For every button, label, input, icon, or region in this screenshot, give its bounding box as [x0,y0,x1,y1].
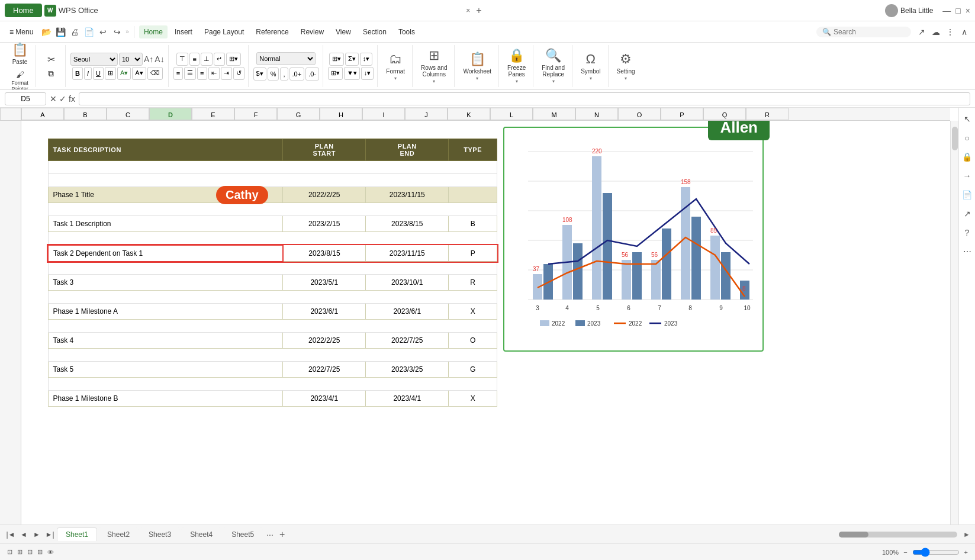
sheet-add-icon[interactable]: + [277,529,287,540]
redo-icon[interactable]: ↪ [111,26,123,38]
wrap-text-button[interactable]: ↵ [214,53,225,66]
table-row[interactable]: Phase 1 Title 2022/2/25 2023/11/15 [48,187,497,203]
save-icon[interactable]: 💾 [54,26,66,38]
grid2-icon[interactable]: ⊟ [27,548,33,556]
menu-section[interactable]: Section [358,25,391,38]
sheet-tab-4[interactable]: Sheet4 [181,527,221,542]
rotate-button[interactable]: ↺ [233,67,244,80]
col-R[interactable]: R [746,108,789,120]
document-icon[interactable]: 📄 [961,188,974,201]
cut-button[interactable]: ✂ [40,53,62,66]
align-top-button[interactable]: ⊤ [176,53,188,66]
find-replace-button[interactable]: 🔍 Find andReplace ▾ [538,48,568,85]
underline-button[interactable]: U [93,67,104,80]
sheet-more-icon[interactable]: ··· [264,530,276,539]
maximize-button[interactable]: □ [955,6,960,15]
menu-insert[interactable]: Insert [170,25,197,38]
sheet-tab-3[interactable]: Sheet3 [140,527,180,542]
indent-inc-button[interactable]: ⇥ [221,67,232,80]
align-right-button[interactable]: ≡ [197,67,207,80]
font-size-select[interactable]: 10 [119,53,143,66]
symbol-button[interactable]: Ω Symbol ▾ [577,48,604,85]
col-I[interactable]: I [362,108,405,120]
col-O[interactable]: O [618,108,661,120]
fill-color-button[interactable]: A▾ [117,67,131,80]
search-input[interactable] [834,28,899,36]
table-row[interactable]: Task 1 Description 2023/2/15 2023/8/15 B [48,216,497,232]
collapse-icon[interactable]: ∧ [958,26,970,38]
more-icon[interactable]: ⋮ [944,26,956,38]
table-row[interactable]: Task 2 Dependent on Task 1 2023/8/15 202… [48,245,497,262]
lock-icon[interactable]: 🔒 [961,150,974,163]
help-icon[interactable]: ? [961,226,974,239]
col-H[interactable]: H [320,108,362,120]
arrow-icon[interactable]: → [961,169,974,182]
align-center-button[interactable]: ☰ [184,67,196,80]
format-painter-button[interactable]: 🖌 FormatPainter [9,69,31,91]
border-button[interactable]: ⊞ [105,67,116,80]
grid-icon[interactable]: ⊞ [17,548,22,556]
zoom-in-icon[interactable]: + [964,549,968,556]
table-row[interactable]: Task 4 2022/2/25 2022/7/25 O [48,333,497,349]
table-icon[interactable]: ⊞ [37,548,43,556]
h-scroll-thumb[interactable] [839,532,868,538]
decrease-font-icon[interactable]: A↓ [155,54,164,64]
align-bottom-button[interactable]: ⊥ [201,53,213,66]
formula-confirm-icon[interactable]: ✓ [59,94,66,104]
view-icon[interactable]: 👁 [47,549,54,556]
freeze-button[interactable]: 🔒 FreezePanes ▾ [504,48,529,85]
erase-button[interactable]: ⌫ [147,67,163,80]
table-row[interactable]: Phase 1 Milestone B 2023/4/1 2023/4/1 X [48,391,497,407]
sheet-nav-last[interactable]: ►| [44,529,56,540]
cursor-icon[interactable]: ↖ [961,112,974,125]
menu-tools[interactable]: Tools [394,25,420,38]
font-color-button[interactable]: A▾ [132,67,146,80]
menu-reference[interactable]: Reference [251,25,293,38]
col-A[interactable]: A [21,108,64,120]
merge-button[interactable]: ⊞▾ [226,53,241,66]
table-row[interactable]: Task 3 2023/5/1 2023/10/1 R [48,275,497,291]
col-C[interactable]: C [107,108,149,120]
tab-add-icon[interactable]: + [473,5,485,17]
italic-button[interactable]: I [84,67,92,80]
sheet-nav-prev[interactable]: ◄ [18,529,30,540]
menu-view[interactable]: View [331,25,356,38]
menu-review[interactable]: Review [296,25,329,38]
percent-button[interactable]: % [268,67,279,81]
copy-button[interactable]: ⧉ [40,67,62,80]
font-name-select[interactable]: Seoul [70,53,118,66]
print-icon[interactable]: 🖨 [69,26,81,38]
search-box[interactable]: 🔍 [816,27,911,37]
number-style-select[interactable]: Normal [256,52,316,65]
col-B[interactable]: B [64,108,107,120]
fill-button[interactable]: ↓▾ [361,67,374,80]
zoom-slider[interactable] [912,548,960,557]
formula-fx-icon[interactable]: fx [69,94,75,104]
vertical-scrollbar[interactable] [950,121,958,524]
align-left-button[interactable]: ≡ [173,67,183,80]
decimal-dec-button[interactable]: .0- [305,67,319,81]
open-icon[interactable]: 📂 [40,26,52,38]
col-L[interactable]: L [490,108,533,120]
sum-button[interactable]: Σ▾ [345,53,359,66]
col-P[interactable]: P [661,108,703,120]
currency-button[interactable]: $▾ [253,67,266,81]
scrollbar-thumb[interactable] [952,127,958,150]
number-format-button[interactable]: ⊞▾ [329,53,344,66]
indent-dec-button[interactable]: ⇤ [208,67,220,80]
col-M[interactable]: M [533,108,575,120]
col-E[interactable]: E [192,108,234,120]
bold-button[interactable]: B [72,67,83,80]
pdf-icon[interactable]: 📄 [83,26,95,38]
decimal-inc-button[interactable]: .0+ [289,67,305,81]
cloud-icon[interactable]: ☁ [930,26,942,38]
worksheet-button[interactable]: 📋 Worksheet ▾ [459,48,495,85]
format-button[interactable]: 🗂 Format ▾ [382,48,408,85]
zoom-out-icon[interactable]: − [903,549,907,556]
comma-button[interactable]: , [280,67,288,81]
sheet-nav-first[interactable]: |◄ [5,529,17,540]
minimize-button[interactable]: — [942,6,951,15]
share-icon[interactable]: ↗ [916,26,928,38]
sort-button[interactable]: ↕▾ [360,53,373,66]
share2-icon[interactable]: ↗ [961,207,974,220]
